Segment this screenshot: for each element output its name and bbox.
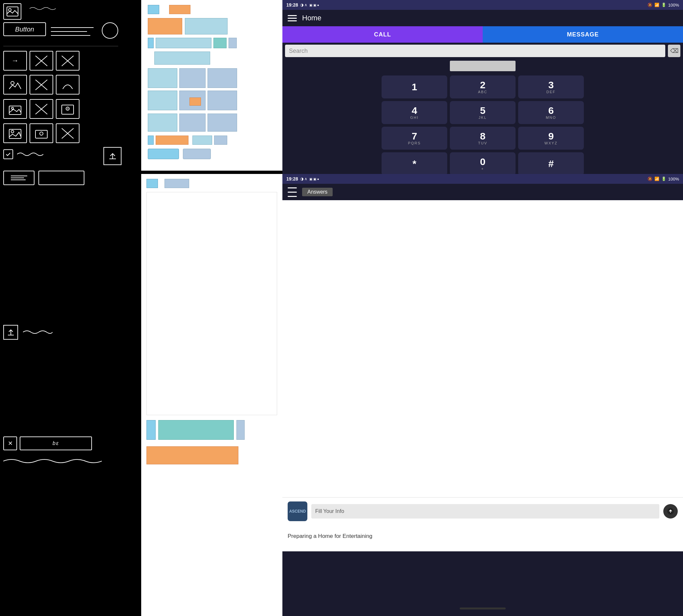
left-sketch-panel: Button → (0, 0, 141, 616)
wf-grid-b3 (208, 91, 237, 110)
dial-key-0[interactable]: 0 + (450, 152, 515, 175)
mute-icon: 🔕 (647, 3, 653, 7)
hamburger-menu-icon[interactable] (287, 15, 297, 21)
dial-star-num: * (412, 159, 417, 169)
wfb-tiny-dark (236, 420, 244, 440)
right-panel: 19:28 ◑ ∧ ▣ ▣ ● 🔕 📶 🔋 100% Home CALL (282, 0, 683, 616)
status-bar-right: 🔕 📶 🔋 100% (647, 3, 679, 7)
sketch-box-x2 (56, 51, 80, 70)
wf-row3 (148, 38, 237, 48)
status-bar-bottom: 19:28 ◑ ∧ ▣ ▣ ● 🔕 📶 🔋 100% (282, 174, 683, 184)
dialpad-row-2: 4 GHI 5 JKL 6 MNO (287, 101, 678, 124)
dial-2-letters: ABC (478, 90, 488, 94)
svg-rect-0 (7, 7, 18, 16)
status-icons: ◑ ∧ (300, 3, 307, 7)
dial-key-9[interactable]: 9 WXYZ (518, 127, 584, 150)
wfb-medium (165, 179, 189, 188)
wfb-bottom-row1 (146, 420, 244, 440)
promo-description: Preparing a Home for Entertaining (287, 533, 372, 540)
search-input-container[interactable]: Search (285, 45, 665, 57)
dial-2-num: 2 (480, 80, 486, 90)
tab-call[interactable]: CALL (282, 26, 483, 43)
dial-4-letters: GHI (410, 115, 419, 119)
dial-key-5[interactable]: 5 JKL (450, 101, 515, 124)
dial-0-letters: + (482, 167, 484, 171)
phone-header: Home (282, 10, 683, 26)
wf-inner-orange (190, 97, 201, 106)
sketch-box-x4 (29, 99, 53, 119)
tab-message[interactable]: MESSAGE (483, 26, 683, 43)
dial-key-3[interactable]: 3 DEF (518, 75, 584, 98)
sketch-small-wave (17, 151, 43, 157)
wf-blue-sm2 (214, 135, 227, 145)
sketch-button-label: Button (15, 26, 34, 33)
wf-grid-a3 (208, 68, 237, 88)
hamburger-line-b1 (287, 188, 297, 189)
clear-icon: ⌫ (670, 47, 678, 54)
wf-pill-2 (183, 149, 211, 159)
svg-rect-21 (36, 130, 47, 138)
status-time: 19:28 (286, 2, 298, 7)
status-indicator-bottom: ▣ ▣ ● (309, 177, 319, 181)
wf-row8 (148, 135, 227, 145)
dial-3-letters: DEF (547, 90, 556, 94)
hamburger-menu-icon-bottom[interactable] (287, 188, 297, 197)
svg-point-13 (12, 107, 14, 109)
sketch-grid-row-2 (3, 75, 80, 94)
sketch-text-input-box: bε (20, 437, 92, 450)
sketch-box-x5 (56, 124, 80, 143)
svg-point-18 (67, 108, 68, 109)
sketch-x-box: ✕ (3, 437, 17, 450)
wf-tiny-blue2 (148, 135, 154, 145)
wf-orange-large (148, 18, 182, 35)
dial-key-4[interactable]: 4 GHI (382, 101, 447, 124)
middle-wireframe-panel (141, 0, 282, 616)
wf-small-blue-1 (148, 5, 159, 14)
svg-point-20 (11, 130, 14, 133)
promo-fill-input[interactable]: Fill Your Info (311, 504, 659, 519)
phone-bottom-screenshot: 19:28 ◑ ∧ ▣ ▣ ● 🔕 📶 🔋 100% Answers (282, 174, 683, 616)
wireframe-bottom (141, 174, 282, 616)
dial-key-7[interactable]: 7 PQRS (382, 127, 447, 150)
svg-rect-16 (62, 105, 73, 114)
dialpad-row-1: 1 2 ABC 3 DEF (287, 75, 678, 98)
wf-grid-c1 (148, 113, 177, 132)
sketch-grid-row-1: → (3, 51, 80, 70)
dial-8-letters: TUV (478, 141, 487, 145)
sketch-checkbox (3, 149, 13, 159)
search-row: Search ⌫ (282, 43, 683, 59)
search-clear-button[interactable]: ⌫ (668, 45, 680, 57)
sketch-upload-box (103, 147, 122, 165)
tab-row: CALL MESSAGE (282, 26, 683, 43)
dial-5-letters: JKL (479, 115, 487, 119)
sketch-wide-boxes (3, 171, 84, 185)
dial-key-hash[interactable]: # (518, 152, 584, 175)
battery-percent: 100% (668, 3, 679, 7)
wfb-small (146, 179, 158, 188)
dial-1-num: 1 (412, 82, 418, 92)
wf-grid-b1 (148, 91, 177, 110)
sketch-box-x1 (29, 51, 53, 70)
answers-badge: Answers (302, 188, 333, 196)
dial-9-letters: WXYZ (545, 141, 558, 145)
promo-logo: ASCEND (287, 502, 307, 521)
dial-hash-num: # (548, 159, 554, 169)
status-bar-bottom-left: 19:28 ◑ ∧ ▣ ▣ ● (286, 176, 319, 181)
display-number-box (450, 61, 515, 71)
wf-sm-dark (229, 38, 237, 48)
hamburger-line-3 (287, 20, 297, 21)
wf-row6 (148, 91, 237, 110)
status-icons-bottom: ◑ ∧ (300, 177, 307, 181)
dial-key-star[interactable]: * (382, 152, 447, 175)
dial-key-2[interactable]: 2 ABC (450, 75, 515, 98)
dial-key-8[interactable]: 8 TUV (450, 127, 515, 150)
dial-key-1[interactable]: 1 (382, 75, 447, 98)
dialpad-row-4: * 0 + # (287, 152, 678, 175)
promo-action-icon[interactable] (663, 504, 678, 519)
dial-key-6[interactable]: 6 MNO (518, 101, 584, 124)
display-row (282, 59, 683, 73)
dial-4-num: 4 (412, 106, 418, 115)
sketch-bottom-wave (3, 456, 102, 466)
dial-6-num: 6 (548, 106, 554, 115)
wfb-long-teal (158, 420, 234, 440)
